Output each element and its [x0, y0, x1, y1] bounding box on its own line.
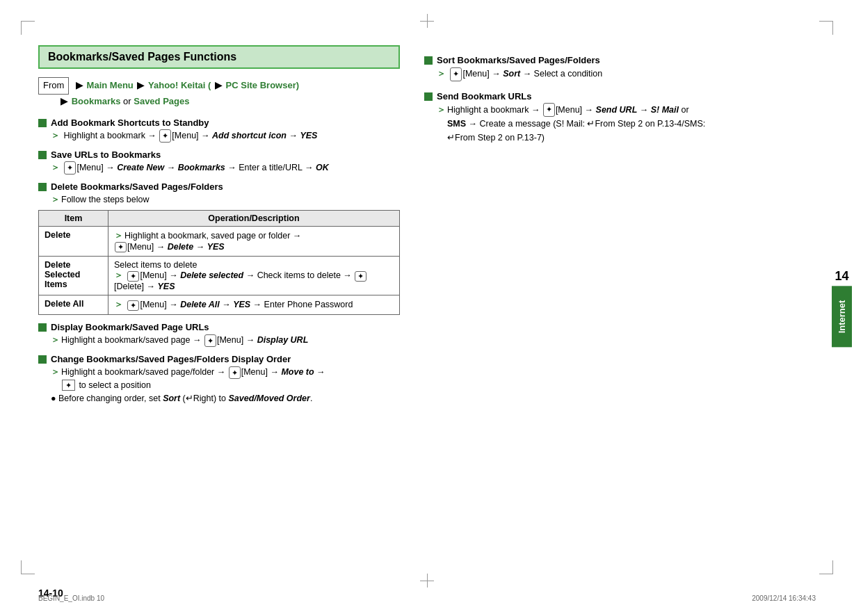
page-title: Bookmarks/Saved Pages Functions [48, 51, 390, 63]
green-square-icon [38, 119, 47, 127]
left-column: Bookmarks/Saved Pages Functions From ▶ M… [38, 45, 414, 560]
section-sort-header: Sort Bookmarks/Saved Pages/Folders [424, 55, 816, 65]
table-row: DeleteSelected Items Select items to del… [39, 257, 400, 295]
section-order-title: Change Bookmarks/Saved Pages/Folders Dis… [51, 354, 291, 364]
section-sort-body: ＞ ✦[Menu] → Sort → Select a condition [437, 67, 816, 81]
pc-site: PC Site Browser) [226, 80, 299, 90]
section-display-header: Display Bookmark/Saved Page URLs [38, 322, 400, 332]
menu-icon-4: ✦ [127, 271, 139, 282]
crosshair-bottom [420, 574, 434, 581]
table-cell-delete-item: Delete [39, 227, 108, 257]
section-add-bookmark-title: Add Bookmark Shortcuts to Standby [51, 117, 209, 128]
menu-icon: ✦ [159, 129, 171, 143]
chapter-label: Internet [832, 286, 852, 348]
green-square-icon [38, 355, 47, 364]
section-add-bookmark-body: ＞ Highlight a bookmark → ✦[Menu] → Add s… [51, 129, 400, 143]
chapter-number: 14 [835, 269, 848, 284]
green-square-icon [38, 183, 47, 191]
position-icon: ✦ [62, 380, 75, 391]
arrow1: ▶ [76, 80, 83, 90]
delete-table: Item Operation/Description Delete ＞Highl… [38, 210, 400, 315]
section-save-urls-body: ＞ ✦[Menu] → Create New → Bookmarks → Ent… [51, 161, 400, 175]
menu-icon-5: ✦ [355, 271, 366, 282]
corner-mark-br [819, 560, 833, 574]
section-delete-title: Delete Bookmarks/Saved Pages/Folders [51, 181, 223, 192]
section-display-title: Display Bookmark/Saved Page URLs [51, 322, 209, 332]
title-box: Bookmarks/Saved Pages Functions [38, 45, 400, 69]
corner-mark-tl [21, 21, 35, 35]
right-column: Sort Bookmarks/Saved Pages/Folders ＞ ✦[M… [414, 45, 816, 560]
table-cell-delete-desc: ＞Highlight a bookmark, saved page or fol… [108, 227, 400, 257]
section-send-body: ＞Highlight a bookmark → ✦[Menu] → Send U… [437, 103, 816, 145]
section-delete-intro: ＞Follow the steps below [51, 193, 400, 206]
file-info: BEGIN_E_OI.indb 10 [38, 594, 104, 602]
section-send-title: Send Bookmark URLs [437, 91, 532, 102]
section-sort-title: Sort Bookmarks/Saved Pages/Folders [437, 55, 600, 65]
menu-icon-8: ✦ [229, 366, 241, 380]
table-cell-deleteall-desc: ＞ ✦[Menu] → Delete All → YES → Enter Pho… [108, 295, 400, 315]
section-save-urls-title: Save URLs to Bookmarks [51, 149, 161, 160]
yahoo-keitai: Yahoo! Keitai ( [148, 80, 211, 90]
section-send-header: Send Bookmark URLs [424, 91, 816, 102]
table-header-item: Item [39, 211, 108, 227]
table-header-operation: Operation/Description [108, 211, 400, 227]
menu-icon-6: ✦ [127, 300, 139, 311]
section-order-body: ＞Highlight a bookmark/saved page/folder … [51, 366, 400, 405]
main-menu: Main Menu [87, 80, 134, 90]
section-save-urls-header: Save URLs to Bookmarks [38, 149, 400, 160]
green-square-icon [424, 92, 433, 101]
table-cell-deletesel-item: DeleteSelected Items [39, 257, 108, 295]
menu-icon-3: ✦ [115, 242, 127, 252]
section-display-body: ＞Highlight a bookmark/saved page → ✦[Men… [51, 334, 400, 347]
menu-icon-2: ✦ [64, 161, 76, 175]
menu-icon-10: ✦ [543, 103, 555, 117]
menu-icon-7: ✦ [204, 334, 216, 348]
green-square-icon [38, 323, 47, 332]
from-path: From ▶ Main Menu ▶ Yahoo! Keitai ( ▶ PC … [38, 77, 400, 109]
table-row: Delete ＞Highlight a bookmark, saved page… [39, 227, 400, 257]
section-order-header: Change Bookmarks/Saved Pages/Folders Dis… [38, 354, 400, 364]
corner-mark-tr [819, 21, 833, 35]
section-delete-header: Delete Bookmarks/Saved Pages/Folders [38, 181, 400, 192]
table-row: Delete All ＞ ✦[Menu] → Delete All → YES … [39, 295, 400, 315]
green-square-icon [424, 56, 433, 65]
table-cell-deleteall-item: Delete All [39, 295, 108, 315]
from-label: From [38, 77, 69, 95]
page-content: Bookmarks/Saved Pages Functions From ▶ M… [38, 45, 816, 560]
crosshair-top [420, 14, 434, 22]
green-square-icon [38, 151, 47, 159]
section-add-bookmark-header: Add Bookmark Shortcuts to Standby [38, 117, 400, 128]
table-cell-deletesel-desc: Select items to delete ＞ ✦[Menu] → Delet… [108, 257, 400, 295]
date-info: 2009/12/14 16:34:43 [752, 594, 816, 602]
corner-mark-bl [21, 560, 35, 574]
menu-icon-9: ✦ [450, 67, 462, 81]
